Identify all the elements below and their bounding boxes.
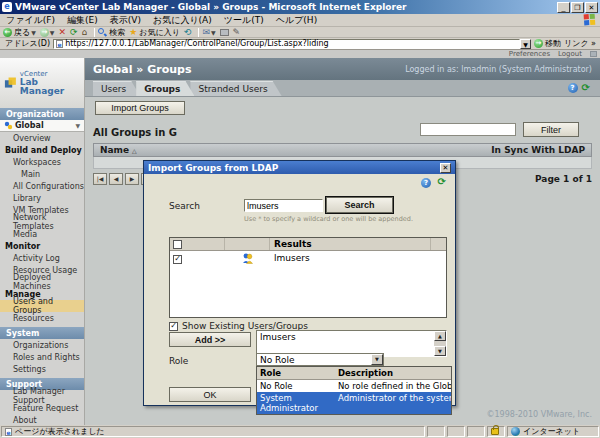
role-dropdown-icon[interactable]: ▼ — [371, 354, 383, 365]
show-existing-checkbox[interactable]: ✓ — [169, 322, 178, 331]
globe-icon — [511, 427, 520, 436]
selected-group-item[interactable]: lmusers — [257, 331, 446, 343]
scroll-up-icon[interactable]: ▲ — [434, 331, 446, 341]
home-button[interactable]: ⌂ — [82, 28, 88, 37]
menu-edit[interactable]: 編集(E) — [61, 14, 104, 27]
ok-button[interactable]: OK — [169, 387, 251, 402]
help-mini-icon[interactable] — [590, 51, 597, 57]
refresh-button[interactable]: ⟳ — [70, 28, 78, 37]
browser-toolbar: ← 戻る ▼ → ▼ ✕ ⟳ ⌂ 検索 ★ お気に入り ⟲ ✉▼ ✎ — [0, 27, 600, 38]
role-select[interactable]: No Role ▼ — [256, 353, 384, 366]
back-button[interactable]: ← 戻る ▼ — [3, 27, 36, 38]
minimize-button[interactable]: _ — [557, 2, 570, 13]
refresh-page-icon[interactable]: ⟳ — [582, 83, 590, 93]
chevron-down-icon[interactable]: ▼ — [75, 122, 80, 129]
address-input[interactable]: e https://127.0.0.1/LabManager/ControlPa… — [53, 39, 520, 49]
import-groups-button[interactable]: Import Groups — [95, 101, 185, 115]
menu-favorites[interactable]: お気に入り(A) — [147, 14, 218, 27]
sidebar-item-organizations[interactable]: Organizations — [0, 339, 84, 351]
listbox-scrollbar[interactable]: ▲ ▼ — [434, 331, 446, 356]
result-checkbox[interactable]: ✓ — [173, 255, 182, 264]
window-controls: _❐✕ — [556, 1, 598, 14]
restore-button[interactable]: ❐ — [571, 2, 584, 13]
tab-groups[interactable]: Groups — [136, 81, 194, 96]
column-name[interactable]: Name — [100, 145, 129, 155]
sidebar-item-network-templates[interactable]: Network Templates — [0, 216, 84, 228]
preferences-bar: Preferences Logout — [0, 50, 600, 58]
dialog-help-icon[interactable]: ? — [421, 178, 431, 188]
address-dropdown-icon[interactable]: ▼ — [520, 39, 531, 49]
address-bar: アドレス(D) e https://127.0.0.1/LabManager/C… — [0, 38, 600, 50]
add-button[interactable]: Add >> — [169, 332, 251, 347]
role-option-no-role[interactable]: No Role No role defined in the Global ..… — [257, 380, 451, 392]
filter-input[interactable] — [420, 123, 516, 136]
results-column-header: Results — [270, 239, 430, 249]
vcenter-logo: vCenter Lab Manager — [0, 58, 84, 108]
result-row[interactable]: ✓ lmusers — [170, 251, 446, 265]
forward-button[interactable]: → ▼ — [40, 28, 55, 37]
edit-button[interactable]: ✎ — [233, 28, 241, 37]
mail-icon: ✉ — [202, 28, 210, 37]
help-icon[interactable]: ? — [568, 83, 578, 93]
close-button[interactable]: ✕ — [585, 2, 598, 13]
next-page-button[interactable]: ▶ — [125, 173, 139, 185]
sidebar-item-library[interactable]: Library — [0, 192, 84, 204]
stop-button[interactable]: ✕ — [58, 28, 66, 37]
ldap-search-button[interactable]: Search — [326, 197, 393, 213]
menu-file[interactable]: ファイル(F) — [0, 14, 61, 27]
forward-dropdown-icon[interactable]: ▼ — [50, 29, 55, 36]
sidebar-item-lab-manager-support[interactable]: Lab Manager Support — [0, 390, 84, 402]
ldap-search-input[interactable] — [244, 199, 323, 212]
group-icon — [242, 252, 254, 264]
mail-button[interactable]: ✉▼ — [202, 28, 215, 37]
sidebar-item-all-configurations[interactable]: All Configurations — [0, 180, 84, 192]
tab-stranded-users[interactable]: Stranded Users — [190, 81, 281, 96]
go-button[interactable]: → 移動 — [534, 38, 561, 49]
print-button[interactable] — [220, 29, 229, 36]
first-page-button[interactable]: |◀ — [93, 173, 107, 185]
page-header: Global » Groups Logged in as: lmadmin (S… — [85, 58, 600, 80]
tab-users[interactable]: Users — [93, 81, 140, 96]
logout-link[interactable]: Logout — [558, 50, 582, 58]
sidebar-item-workspaces[interactable]: Workspaces — [0, 156, 84, 168]
sidebar-section-organization: Organization — [0, 108, 84, 120]
copyright-text: ©1998-2010 VMware, Inc. — [487, 410, 592, 419]
padlock-icon — [491, 428, 499, 435]
sidebar-item-settings[interactable]: Settings — [0, 363, 84, 375]
toolbar-separator — [198, 28, 199, 37]
back-dropdown-icon[interactable]: ▼ — [31, 29, 36, 36]
scroll-down-icon[interactable]: ▼ — [434, 346, 446, 356]
role-label: Role — [169, 356, 188, 366]
search-hint: Use * to specify a wildcard or one will … — [244, 215, 413, 223]
sidebar-item-main[interactable]: Main — [0, 168, 84, 180]
sidebar: vCenter Lab Manager Organization Global … — [0, 58, 85, 425]
select-all-checkbox[interactable] — [173, 240, 182, 249]
menu-view[interactable]: 表示(V) — [104, 14, 147, 27]
favorites-button[interactable]: ★ お気に入り — [129, 27, 180, 38]
filter-button[interactable]: Filter — [523, 122, 579, 137]
history-button[interactable]: ⟲ — [184, 28, 192, 37]
sidebar-item-roles-and-rights[interactable]: Roles and Rights — [0, 351, 84, 363]
links-label[interactable]: リンク » — [564, 38, 596, 49]
sidebar-item-deployed-machines[interactable]: Deployed Machines — [0, 276, 84, 288]
preferences-link[interactable]: Preferences — [509, 50, 550, 58]
dialog-refresh-icon[interactable]: ⟳ — [438, 177, 446, 187]
dialog-close-icon[interactable]: ✕ — [440, 163, 451, 173]
search-button[interactable]: 検索 — [98, 27, 125, 38]
menu-help[interactable]: ヘルプ(H) — [270, 14, 323, 27]
sidebar-item-feature-request[interactable]: Feature Request — [0, 402, 84, 414]
sidebar-item-global[interactable]: Global ▼ — [0, 120, 84, 132]
role-dropdown-popup: Role Description No Role No role defined… — [256, 366, 452, 415]
sidebar-item-users-and-groups[interactable]: Users and Groups — [0, 300, 84, 312]
sidebar-item-activity-log[interactable]: Activity Log — [0, 252, 84, 264]
prev-page-button[interactable]: ◀ — [109, 173, 123, 185]
favorites-star-icon: ★ — [129, 28, 137, 37]
column-in-sync-with-ldap[interactable]: In Sync With LDAP — [491, 145, 585, 155]
role-option-system-administrator[interactable]: System Administrator Administrator of th… — [257, 392, 451, 414]
logged-in-as: Logged in as: lmadmin (System Administra… — [405, 65, 592, 74]
go-icon: → — [534, 39, 543, 48]
menu-tools[interactable]: ツール(T) — [218, 14, 270, 27]
sidebar-item-about[interactable]: About — [0, 414, 84, 425]
window-title: VMware vCenter Lab Manager - Global » Gr… — [15, 2, 556, 12]
sidebar-item-overview[interactable]: Overview — [0, 132, 84, 144]
